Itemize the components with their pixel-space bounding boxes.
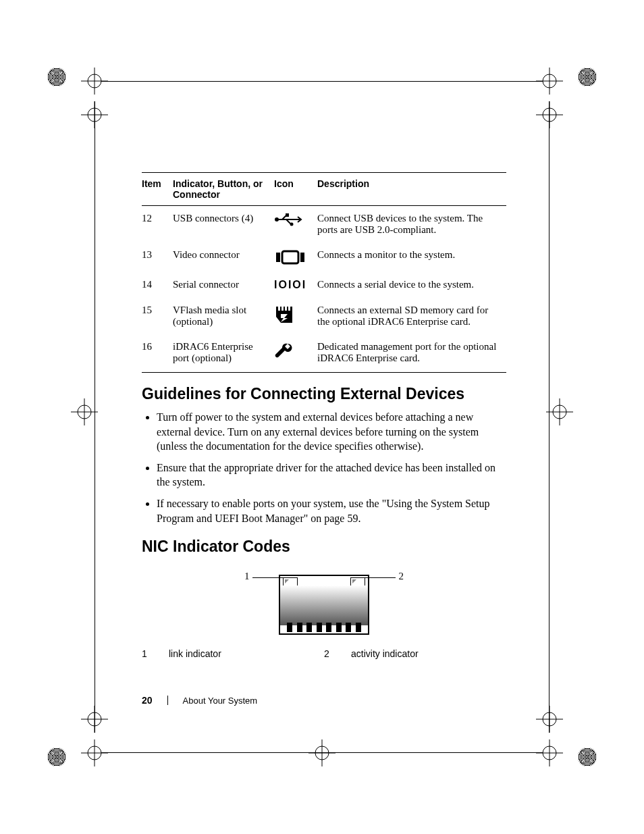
svg-rect-36	[286, 213, 289, 217]
nic-callout-2: 2	[399, 571, 404, 582]
wrench-icon	[274, 334, 317, 373]
list-item: Turn off power to the system and externa…	[157, 410, 506, 454]
svg-point-38	[290, 223, 294, 226]
guidelines-list: Turn off power to the system and externa…	[157, 410, 506, 525]
registration-dot	[578, 748, 597, 766]
usb-icon	[274, 206, 317, 243]
cell-item: 12	[142, 206, 173, 243]
cell-indicator: Video connector	[173, 242, 274, 272]
cell-description: Dedicated management port for the option…	[317, 334, 506, 373]
serial-icon: IOIOI	[274, 272, 317, 298]
legend-label: link indicator	[169, 648, 221, 659]
cell-description: Connect USB devices to the system. The p…	[317, 206, 506, 243]
cell-description: Connects a monitor to the system.	[317, 242, 506, 272]
cell-item: 13	[142, 242, 173, 272]
table-row: 14 Serial connector IOIOI Connects a ser…	[142, 272, 506, 298]
th-item: Item	[142, 173, 173, 206]
guidelines-heading: Guidelines for Connecting External Devic…	[142, 385, 506, 403]
legend-num: 2	[324, 648, 338, 659]
registration-mark	[533, 64, 566, 98]
page-number: 20	[142, 695, 153, 706]
crop-line	[101, 81, 543, 82]
svg-rect-43	[278, 307, 280, 311]
list-item: If necessary to enable ports on your sys…	[157, 496, 506, 525]
cell-indicator: USB connectors (4)	[173, 206, 274, 243]
footer-separator	[167, 696, 168, 705]
svg-rect-39	[276, 253, 280, 262]
registration-mark	[78, 64, 111, 98]
page-content: Item Indicator, Button, or Connector Ico…	[142, 172, 506, 659]
nic-callout-1: 1	[244, 571, 250, 582]
registration-mark	[78, 98, 111, 132]
nic-heading: NIC Indicator Codes	[142, 538, 506, 556]
registration-mark	[305, 736, 339, 770]
page-footer: 20 About Your System	[142, 695, 257, 706]
legend-num: 1	[142, 648, 155, 659]
legend-label: activity indicator	[351, 648, 419, 659]
table-row: 15 VFlash media slot (optional) Connects…	[142, 298, 506, 334]
registration-dot	[47, 748, 66, 766]
svg-text:IOIOI: IOIOI	[274, 279, 306, 290]
footer-section: About Your System	[183, 696, 258, 706]
cell-item: 16	[142, 334, 173, 373]
cell-item: 15	[142, 298, 173, 334]
video-icon	[274, 242, 317, 272]
vflash-icon	[274, 298, 317, 334]
th-indicator: Indicator, Button, or Connector	[173, 173, 274, 206]
svg-rect-46	[288, 307, 290, 311]
svg-rect-40	[282, 251, 298, 263]
list-item: Ensure that the appropriate driver for t…	[157, 461, 506, 490]
registration-mark	[78, 702, 111, 736]
cell-indicator: iDRAC6 Enterprise port (optional)	[173, 334, 274, 373]
callout-line	[365, 577, 396, 578]
registration-mark	[533, 702, 566, 736]
registration-dot	[578, 68, 597, 86]
nic-callout-legend: 1 link indicator 2 activity indicator	[142, 648, 506, 659]
svg-rect-41	[300, 253, 304, 262]
cell-description: Connects an external SD memory card for …	[317, 298, 506, 334]
registration-dot	[47, 68, 66, 86]
table-row: 13 Video connector Connects a monitor to…	[142, 242, 506, 272]
table-row: 16 iDRAC6 Enterprise port (optional) Ded…	[142, 334, 506, 373]
svg-rect-44	[281, 307, 284, 311]
cell-indicator: Serial connector	[173, 272, 274, 298]
nic-port-graphic	[279, 575, 369, 635]
table-row: 12 USB connectors (4) Connect USB device…	[142, 206, 506, 243]
registration-mark	[533, 98, 566, 132]
th-icon: Icon	[274, 173, 317, 206]
registration-mark	[68, 395, 101, 429]
registration-mark	[78, 736, 111, 770]
registration-mark	[543, 395, 576, 429]
registration-mark	[533, 736, 566, 770]
svg-rect-45	[285, 307, 287, 311]
nic-figure: 1 2	[257, 575, 392, 635]
cell-description: Connects a serial device to the system.	[317, 272, 506, 298]
connectors-table: Item Indicator, Button, or Connector Ico…	[142, 172, 506, 373]
cell-item: 14	[142, 272, 173, 298]
th-description: Description	[317, 173, 506, 206]
cell-indicator: VFlash media slot (optional)	[173, 298, 274, 334]
